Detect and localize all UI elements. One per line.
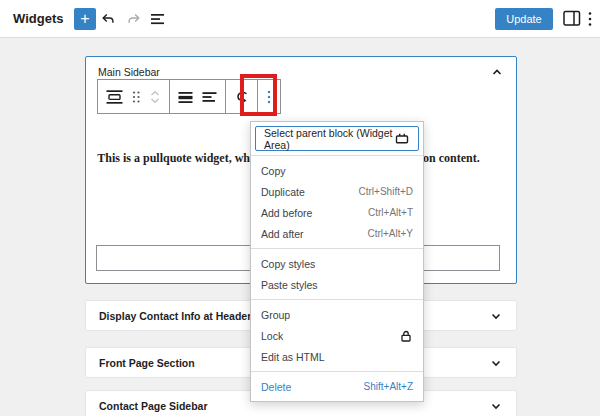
curved-arrow-button[interactable] (231, 87, 252, 107)
menu-item-label: Add after (261, 228, 304, 240)
menu-item-copy-styles[interactable]: Copy styles (251, 253, 423, 274)
pullquote-block-icon (105, 88, 124, 106)
update-button[interactable]: Update (495, 8, 553, 30)
collapse-panel-button[interactable] (490, 64, 506, 80)
update-button-label: Update (506, 13, 541, 25)
undo-button[interactable] (100, 11, 116, 27)
widget-area-title: Contact Page Sidebar (99, 400, 208, 412)
toolbar-segment-align (170, 80, 226, 113)
chevron-down-icon (489, 399, 503, 413)
menu-section-styles: Copy styles Paste styles (251, 248, 423, 299)
menu-item-edit-as-html[interactable]: Edit as HTML (251, 346, 423, 367)
pullquote-text-right: on content. (423, 151, 480, 166)
toolbar-segment-citation (226, 80, 258, 113)
undo-icon (100, 11, 116, 27)
widgets-editor-screen: Widgets + (0, 0, 600, 416)
top-admin-bar: Widgets + (0, 0, 600, 38)
widget-area-title: Display Contact Info at Header (99, 310, 251, 322)
menu-section-parent: Select parent block (Widget Area) (251, 122, 423, 155)
page-title: Widgets (13, 11, 63, 26)
menu-item-shortcut: Shift+Alt+Z (364, 381, 413, 392)
menu-item-shortcut: Ctrl+Alt+T (368, 207, 413, 218)
menu-item-label: Add before (261, 207, 312, 219)
chevron-up-icon (490, 65, 506, 79)
block-options-button[interactable] (263, 86, 275, 108)
kebab-icon (265, 88, 273, 106)
text-align-button[interactable] (199, 87, 220, 107)
list-view-icon (150, 11, 166, 27)
menu-item-duplicate[interactable]: Duplicate Ctrl+Shift+D (251, 181, 423, 202)
block-mover-icon (148, 88, 162, 106)
menu-item-paste-styles[interactable]: Paste styles (251, 274, 423, 295)
menu-section-transform: Group Lock Edit as HTML (251, 299, 423, 371)
more-options-button[interactable] (586, 10, 594, 28)
add-block-button[interactable]: + (74, 8, 96, 30)
list-view-button[interactable] (150, 11, 166, 27)
menu-item-label: Copy styles (261, 258, 315, 270)
block-mover-buttons[interactable] (146, 86, 164, 108)
plus-icon: + (80, 11, 89, 27)
widget-area-title: Front Page Section (99, 357, 195, 369)
chevron-down-icon (489, 309, 503, 323)
redo-icon (126, 11, 142, 27)
drag-handle[interactable] (129, 87, 143, 107)
menu-item-label: Edit as HTML (261, 351, 325, 363)
menu-item-select-parent-block[interactable]: Select parent block (Widget Area) (255, 126, 419, 151)
menu-item-group[interactable]: Group (251, 304, 423, 325)
pullquote-block-button[interactable] (103, 86, 126, 108)
chevron-down-icon (489, 356, 503, 370)
settings-sidebar-toggle-button[interactable] (563, 10, 581, 27)
menu-item-label: Lock (261, 330, 283, 342)
menu-item-label: Duplicate (261, 186, 305, 198)
menu-item-copy[interactable]: Copy (251, 160, 423, 181)
menu-item-label: Paste styles (261, 279, 318, 291)
sidebar-toggle-icon (563, 10, 581, 27)
widget-area-icon (394, 131, 410, 146)
menu-item-shortcut: Ctrl+Shift+D (359, 186, 413, 197)
menu-section-delete: Delete Shift+Alt+Z (251, 371, 423, 401)
text-align-icon (201, 89, 218, 105)
menu-item-delete[interactable]: Delete Shift+Alt+Z (251, 376, 423, 397)
menu-item-add-after[interactable]: Add after Ctrl+Alt+Y (251, 223, 423, 244)
menu-item-lock[interactable]: Lock (251, 325, 423, 346)
kebab-icon (586, 10, 594, 28)
block-options-menu: Select parent block (Widget Area) Copy D… (250, 121, 424, 402)
drag-handle-icon (131, 89, 141, 105)
menu-item-add-before[interactable]: Add before Ctrl+Alt+T (251, 202, 423, 223)
widget-area-title: Main Sidebar (98, 66, 160, 78)
lock-icon (399, 329, 413, 343)
toolbar-segment-options (258, 80, 280, 113)
redo-button[interactable] (126, 11, 142, 27)
menu-item-label: Delete (261, 381, 291, 393)
block-toolbar (97, 79, 281, 114)
toolbar-segment-block (98, 80, 170, 113)
pullquote-text-left: This is a pullquote widget, wh (60, 151, 250, 166)
align-icon (177, 89, 194, 105)
menu-item-shortcut: Ctrl+Alt+Y (367, 228, 413, 239)
curved-arrow-icon (233, 89, 250, 105)
menu-section-edit: Copy Duplicate Ctrl+Shift+D Add before C… (251, 155, 423, 248)
menu-item-label: Copy (261, 165, 286, 177)
menu-item-label: Select parent block (Widget Area) (264, 127, 394, 151)
menu-item-label: Group (261, 309, 290, 321)
alignment-button[interactable] (175, 87, 196, 107)
